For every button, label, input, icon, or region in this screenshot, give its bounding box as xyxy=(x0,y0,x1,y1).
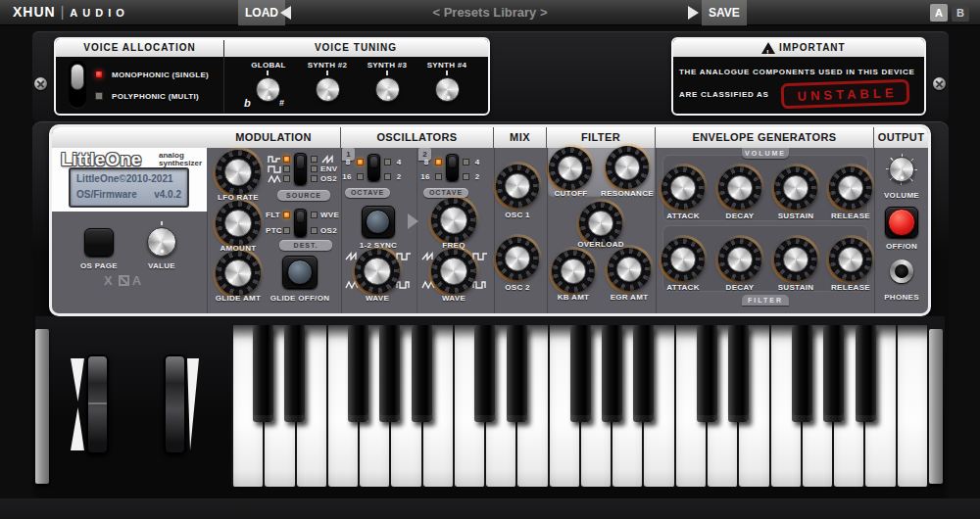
os-page-button[interactable] xyxy=(84,228,114,257)
osc2-octave-16: 16 xyxy=(418,172,432,181)
pitch-wheel[interactable] xyxy=(86,354,109,454)
osc2-freq-knob[interactable] xyxy=(431,198,476,243)
black-key-19[interactable] xyxy=(856,325,876,422)
logo-tagline: analog synthesizer xyxy=(159,152,202,167)
black-key-17[interactable] xyxy=(792,325,812,422)
flt-decay-knob[interactable] xyxy=(718,238,761,281)
allocation-switch[interactable] xyxy=(71,64,84,90)
modulation-title: MODULATION xyxy=(207,127,341,148)
osc2-wave-knob[interactable] xyxy=(431,249,476,294)
black-key-7[interactable] xyxy=(474,325,495,422)
osc1-octave-pill: OCTAVE xyxy=(345,188,390,198)
resonance-knob[interactable] xyxy=(606,146,649,189)
glide-on-off-button[interactable] xyxy=(287,260,313,285)
important-line2: ARE CLASSIFIED AS xyxy=(679,90,769,99)
osc2-wave-label: WAVE xyxy=(429,294,478,303)
preset-display[interactable]: < Presets Library > xyxy=(348,5,632,20)
global-tune-knob[interactable] xyxy=(256,77,280,102)
mix-osc2-knob[interactable] xyxy=(496,237,539,280)
black-key-8[interactable] xyxy=(507,325,527,422)
flt-decay-label: DECAY xyxy=(715,283,764,292)
cutoff-knob[interactable] xyxy=(549,147,592,190)
synth3-tune-knob[interactable] xyxy=(375,77,400,102)
synth2-tune-knob[interactable] xyxy=(316,77,340,102)
black-key-4[interactable] xyxy=(379,325,400,422)
black-key-15[interactable] xyxy=(728,325,749,422)
black-key-3[interactable] xyxy=(348,325,368,422)
value-knob[interactable] xyxy=(147,227,176,257)
sync-1-2-button[interactable] xyxy=(366,210,390,234)
bottom-strip xyxy=(0,498,980,519)
black-key-1[interactable] xyxy=(284,325,305,422)
flt-attack-knob[interactable] xyxy=(662,238,705,281)
osc1-octave-8: 8 xyxy=(343,158,353,166)
mod-wheel[interactable] xyxy=(164,354,186,454)
phones-label: PHONES xyxy=(874,293,929,302)
osc1-wave-knob[interactable] xyxy=(355,249,400,294)
lcd-display: LittleOne©2010-2021 OS/Firmware v4.0.2 xyxy=(69,167,189,208)
osc1-octave-switch[interactable] xyxy=(368,154,380,181)
next-arrow-icon[interactable] xyxy=(688,6,699,20)
osc1-octave-led-2 xyxy=(384,173,391,180)
littleone-plugin-window: XHUN|AUDIO LOAD < Presets Library > SAVE… xyxy=(0,0,980,519)
left-cheek xyxy=(35,329,49,484)
mod-amount-knob[interactable] xyxy=(216,201,261,246)
osc2-octave-led-2 xyxy=(463,173,469,180)
flat-symbol: b xyxy=(244,97,251,109)
black-key-10[interactable] xyxy=(570,325,591,422)
vol-attack-knob[interactable] xyxy=(662,166,705,210)
vol-release-knob[interactable] xyxy=(829,166,872,210)
lcd-line1: LittleOne©2010-2021 xyxy=(76,173,181,184)
black-key-14[interactable] xyxy=(697,325,717,422)
osc2-octave-4: 4 xyxy=(472,158,482,166)
black-key-5[interactable] xyxy=(412,325,432,422)
dest-led-os2 xyxy=(311,227,318,234)
value-label: VALUE xyxy=(132,261,191,270)
flt-release-label: RELEASE xyxy=(826,283,875,292)
voice-tuning-title: VOICE TUNING xyxy=(223,39,488,57)
mix-title: MIX xyxy=(494,127,547,148)
black-key-18[interactable] xyxy=(823,325,844,422)
save-button[interactable]: SAVE xyxy=(702,0,747,25)
source-pill: SOURCE xyxy=(277,190,330,201)
kb-amt-knob[interactable] xyxy=(552,250,595,293)
output-volume-knob[interactable] xyxy=(889,157,914,182)
lfo-source-switch[interactable] xyxy=(294,153,307,185)
load-button[interactable]: LOAD xyxy=(238,0,285,25)
black-key-12[interactable] xyxy=(633,325,654,422)
mix-osc1-label: OSC 1 xyxy=(496,211,539,219)
flt-sustain-label: SUSTAIN xyxy=(771,283,820,292)
vol-attack-label: ATTACK xyxy=(659,212,708,220)
vol-decay-knob[interactable] xyxy=(718,166,761,210)
snapshot-a-button[interactable]: A xyxy=(930,4,948,22)
black-key-11[interactable] xyxy=(602,325,622,422)
prev-arrow-icon[interactable] xyxy=(280,6,291,20)
important-header: IMPORTANT xyxy=(673,39,924,57)
titlebar: XHUN|AUDIO LOAD < Presets Library > SAVE… xyxy=(0,0,980,25)
dest-led-wve xyxy=(311,212,318,218)
dest-flt-label: FLT xyxy=(266,211,280,219)
vol-sustain-knob[interactable] xyxy=(774,166,817,210)
lfo-rate-knob[interactable] xyxy=(216,150,261,195)
saw-wave-icon xyxy=(321,155,335,164)
flt-release-knob[interactable] xyxy=(829,238,872,281)
egr-amt-knob[interactable] xyxy=(608,248,651,291)
mix-osc1-knob[interactable] xyxy=(496,165,539,208)
polyphonic-label: POLYPHONIC (MULTI) xyxy=(112,92,199,101)
white-key-21[interactable] xyxy=(898,325,929,487)
voice-panel-divider xyxy=(223,40,224,113)
overload-knob[interactable] xyxy=(579,202,622,245)
snapshot-b-button[interactable]: B xyxy=(952,4,969,22)
screw-icon xyxy=(34,77,47,90)
flt-attack-label: ATTACK xyxy=(659,283,708,292)
synth4-tune-knob[interactable] xyxy=(435,77,460,102)
black-key-0[interactable] xyxy=(253,325,273,422)
glide-amt-knob[interactable] xyxy=(216,251,261,296)
flt-sustain-knob[interactable] xyxy=(774,238,817,281)
os-page-label: OS PAGE xyxy=(70,261,128,270)
square-wave-icon xyxy=(268,165,281,173)
dest-os2-label: OS2 xyxy=(320,226,337,235)
mod-dest-switch[interactable] xyxy=(294,209,307,237)
power-off-on-button[interactable] xyxy=(888,209,915,236)
osc2-octave-switch[interactable] xyxy=(446,154,459,181)
